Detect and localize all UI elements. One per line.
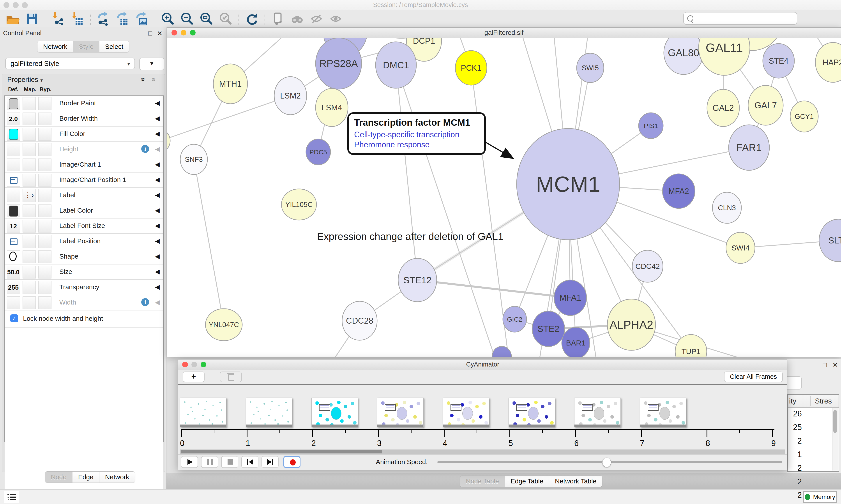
property-row-label[interactable]: ⋮›Label◀ xyxy=(5,188,163,203)
tab-node[interactable]: Node xyxy=(45,472,72,483)
import-network-icon[interactable] xyxy=(50,11,66,27)
export-network-icon[interactable] xyxy=(95,11,111,27)
network-window-titlebar[interactable]: galFiltered.sif xyxy=(167,28,841,38)
zoom-selected-icon[interactable] xyxy=(218,11,234,27)
tab-select[interactable]: Select xyxy=(99,41,129,52)
property-row-width[interactable]: Widthi◀ xyxy=(5,295,163,310)
network-canvas[interactable]: RPS28BDCP1RPS28ADMC1PCK1SWI5GAL80GAL11ST… xyxy=(167,38,841,357)
search-input[interactable] xyxy=(696,15,791,22)
tab-edge-table[interactable]: Edge Table xyxy=(505,476,549,487)
close-panel-icon[interactable]: ✕ xyxy=(833,361,838,369)
open-session-icon[interactable] xyxy=(5,11,21,27)
table-row[interactable]: 2 xyxy=(788,462,833,475)
add-frame-button[interactable]: + xyxy=(183,372,204,382)
window-close-icon[interactable] xyxy=(3,2,10,8)
export-image-icon[interactable] xyxy=(134,11,150,27)
network-node-purp1[interactable] xyxy=(492,346,512,357)
table-row[interactable]: 2 xyxy=(788,489,833,502)
table-row[interactable]: 1 xyxy=(788,448,833,462)
record-button[interactable] xyxy=(283,456,301,468)
frame-thumbnail-0[interactable] xyxy=(180,398,227,427)
frame-thumbnail-2[interactable] xyxy=(311,398,358,427)
export-table-icon[interactable] xyxy=(115,11,130,27)
property-row-border-width[interactable]: 2.0Border Width◀ xyxy=(5,111,163,127)
import-table-icon[interactable] xyxy=(69,11,85,27)
annotation-link[interactable]: Pheromone response xyxy=(354,140,479,150)
property-row-image-chart-1[interactable]: Image/Chart 1◀ xyxy=(5,157,163,173)
property-row-height[interactable]: Heighti◀ xyxy=(5,142,163,157)
window-zoom-icon[interactable] xyxy=(22,2,28,8)
play-button[interactable] xyxy=(181,456,198,468)
property-row-transparency[interactable]: 255Transparency◀ xyxy=(5,280,163,295)
zoom-out-icon[interactable] xyxy=(179,11,195,27)
minimize-window-icon[interactable] xyxy=(192,362,197,367)
frame-thumbnail-3[interactable] xyxy=(377,398,424,427)
lock-checkbox[interactable]: ✓ xyxy=(10,314,18,322)
table-scrollbar[interactable] xyxy=(832,408,838,470)
timeline-hscrollbar[interactable] xyxy=(180,449,785,454)
node-table-grid[interactable]: ity Stres 26252122222 xyxy=(787,394,839,472)
network-node-left1[interactable] xyxy=(167,130,170,152)
annotation-link[interactable]: Cell-type-specific transcription xyxy=(354,130,479,140)
zoom-window-icon[interactable] xyxy=(201,362,206,367)
property-row-shape[interactable]: Shape◀ xyxy=(5,249,163,265)
frame-thumbnail-5[interactable] xyxy=(508,398,555,427)
close-window-icon[interactable] xyxy=(172,30,177,35)
close-panel-icon[interactable]: ✕ xyxy=(157,30,162,37)
float-panel-icon[interactable]: □ xyxy=(148,30,152,37)
property-row-label-color[interactable]: Label Color◀ xyxy=(5,203,163,218)
refresh-layout-icon[interactable] xyxy=(244,11,260,27)
table-row[interactable]: 25 xyxy=(788,421,833,435)
show-all-icon[interactable] xyxy=(328,11,344,27)
timeline-playhead[interactable] xyxy=(375,386,375,430)
go-to-start-button[interactable] xyxy=(241,456,258,468)
table-row[interactable]: 26 xyxy=(788,408,833,421)
clone-network-icon[interactable] xyxy=(270,11,286,27)
zoom-window-icon[interactable] xyxy=(190,30,196,35)
zoom-in-icon[interactable] xyxy=(160,11,176,27)
property-row-image-chart-position-1[interactable]: Image/Chart Position 1◀ xyxy=(5,173,163,188)
style-selector-dropdown[interactable]: galFiltered Style ▾ xyxy=(5,58,135,69)
style-options-button[interactable]: ▾ xyxy=(139,58,164,70)
collapse-all-icon[interactable]: « xyxy=(150,77,158,82)
table-row[interactable]: 2 xyxy=(788,435,833,448)
stop-button[interactable] xyxy=(221,456,238,468)
delete-frame-button[interactable] xyxy=(220,372,242,382)
animation-speed-slider[interactable] xyxy=(437,461,782,463)
property-row-label-font-size[interactable]: 12Label Font Size◀ xyxy=(5,218,163,234)
hide-selected-icon[interactable] xyxy=(309,11,324,27)
window-minimize-icon[interactable] xyxy=(13,2,19,8)
slider-handle[interactable] xyxy=(602,457,611,467)
tab-network-table[interactable]: Network Table xyxy=(549,476,602,487)
task-history-button[interactable] xyxy=(4,491,19,503)
frame-thumbnail-7[interactable] xyxy=(640,398,686,427)
zoom-fit-icon[interactable] xyxy=(199,11,214,27)
save-session-icon[interactable] xyxy=(24,11,40,27)
frame-thumbnail-6[interactable] xyxy=(574,398,621,427)
tab-network[interactable]: Network xyxy=(37,41,73,52)
first-neighbors-icon[interactable] xyxy=(289,11,305,27)
close-window-icon[interactable] xyxy=(182,362,188,367)
clear-all-frames-button[interactable]: Clear All Frames xyxy=(724,372,783,382)
cyanimator-titlebar[interactable]: CyAnimator xyxy=(178,360,787,370)
minimize-window-icon[interactable] xyxy=(181,30,186,35)
pause-button[interactable] xyxy=(201,456,218,468)
tab-node-table[interactable]: Node Table xyxy=(460,476,505,487)
table-column-headers[interactable]: ity Stres xyxy=(788,395,839,408)
search-box[interactable] xyxy=(683,12,797,25)
property-row-border-paint[interactable]: Border Paint◀ xyxy=(5,96,163,111)
properties-section-title[interactable]: Properties▾ xyxy=(7,76,43,84)
frame-thumbnail-1[interactable] xyxy=(246,398,292,427)
expand-all-icon[interactable]: » xyxy=(139,77,148,82)
go-to-end-button[interactable] xyxy=(262,456,279,468)
float-panel-icon[interactable]: □ xyxy=(823,361,827,369)
tab-network[interactable]: Network xyxy=(99,472,135,483)
annotation-box[interactable]: Transcription factor MCM1 Cell-type-spec… xyxy=(347,112,486,155)
tab-edge[interactable]: Edge xyxy=(72,472,99,483)
table-row[interactable]: 2 xyxy=(788,502,833,504)
tab-style[interactable]: Style xyxy=(73,41,99,52)
frame-thumbnail-4[interactable] xyxy=(443,398,489,427)
property-row-label-position[interactable]: Label Position◀ xyxy=(5,234,163,249)
property-row-fill-color[interactable]: Fill Color◀ xyxy=(5,127,163,142)
frames-timeline[interactable]: 0123456789Seconds xyxy=(178,384,787,450)
